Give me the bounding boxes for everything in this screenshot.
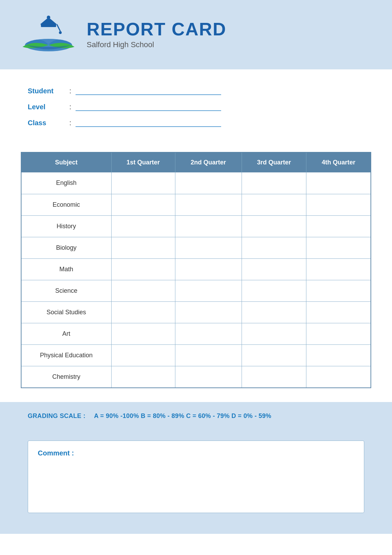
quarter-1-cell[interactable] xyxy=(111,215,175,237)
student-label: Student xyxy=(28,87,69,95)
quarter-4-cell[interactable] xyxy=(306,215,371,237)
quarter-1-cell[interactable] xyxy=(111,366,175,388)
level-colon: : xyxy=(69,103,71,111)
quarter-1-cell[interactable] xyxy=(111,323,175,344)
comment-content[interactable] xyxy=(38,463,354,504)
header: REPORT CARD Salford High School xyxy=(0,0,392,69)
svg-point-5 xyxy=(59,31,62,34)
subject-cell: Biology xyxy=(21,237,111,258)
level-label: Level xyxy=(28,103,69,111)
subject-cell: Math xyxy=(21,258,111,280)
grades-table: Subject 1st Quarter 2nd Quarter 3rd Quar… xyxy=(21,152,371,388)
table-header-row: Subject 1st Quarter 2nd Quarter 3rd Quar… xyxy=(21,152,371,172)
header-subject: Subject xyxy=(21,152,111,172)
quarter-3-cell[interactable] xyxy=(242,194,306,215)
quarter-4-cell[interactable] xyxy=(306,237,371,258)
school-name: Salford High School xyxy=(87,40,226,49)
table-row: Art xyxy=(21,323,371,344)
quarter-1-cell[interactable] xyxy=(111,258,175,280)
quarter-4-cell[interactable] xyxy=(306,344,371,366)
header-q3: 3rd Quarter xyxy=(242,152,306,172)
quarter-4-cell[interactable] xyxy=(306,301,371,323)
table-row: Science xyxy=(21,280,371,301)
quarter-3-cell[interactable] xyxy=(242,215,306,237)
header-q1: 1st Quarter xyxy=(111,152,175,172)
grading-scale-text: GRADING SCALE : A = 90% -100% B = 80% - … xyxy=(28,412,364,420)
quarter-3-cell[interactable] xyxy=(242,366,306,388)
class-row: Class : xyxy=(28,119,364,127)
subject-cell: Science xyxy=(21,280,111,301)
subject-cell: History xyxy=(21,215,111,237)
student-colon: : xyxy=(69,87,71,95)
quarter-3-cell[interactable] xyxy=(242,172,306,194)
quarter-2-cell[interactable] xyxy=(175,280,242,301)
quarter-4-cell[interactable] xyxy=(306,323,371,344)
subject-cell: Social Studies xyxy=(21,301,111,323)
subject-cell: Physical Education xyxy=(21,344,111,366)
quarter-1-cell[interactable] xyxy=(111,301,175,323)
quarter-1-cell[interactable] xyxy=(111,344,175,366)
header-q4: 4th Quarter xyxy=(306,152,371,172)
class-input[interactable] xyxy=(76,119,221,127)
quarter-1-cell[interactable] xyxy=(111,194,175,215)
class-colon: : xyxy=(69,119,71,127)
quarter-3-cell[interactable] xyxy=(242,344,306,366)
quarter-2-cell[interactable] xyxy=(175,366,242,388)
student-input[interactable] xyxy=(76,87,221,95)
svg-point-3 xyxy=(47,16,50,19)
quarter-1-cell[interactable] xyxy=(111,237,175,258)
level-row: Level : xyxy=(28,103,364,111)
quarter-2-cell[interactable] xyxy=(175,215,242,237)
quarter-4-cell[interactable] xyxy=(306,172,371,194)
quarter-2-cell[interactable] xyxy=(175,258,242,280)
level-input[interactable] xyxy=(76,103,221,111)
header-text: REPORT CARD Salford High School xyxy=(87,20,226,49)
grading-scale-section: GRADING SCALE : A = 90% -100% B = 80% - … xyxy=(0,402,392,430)
quarter-2-cell[interactable] xyxy=(175,194,242,215)
quarter-3-cell[interactable] xyxy=(242,258,306,280)
grading-scale-values: A = 90% -100% B = 80% - 89% C = 60% - 79… xyxy=(94,412,271,419)
subject-cell: Chemistry xyxy=(21,366,111,388)
quarter-2-cell[interactable] xyxy=(175,344,242,366)
quarter-4-cell[interactable] xyxy=(306,366,371,388)
table-row: Math xyxy=(21,258,371,280)
grades-table-section: Subject 1st Quarter 2nd Quarter 3rd Quar… xyxy=(0,145,392,399)
student-info-section: Student : Level : Class : xyxy=(0,69,392,145)
quarter-4-cell[interactable] xyxy=(306,280,371,301)
table-row: Social Studies xyxy=(21,301,371,323)
table-row: Physical Education xyxy=(21,344,371,366)
comment-label: Comment : xyxy=(38,449,354,457)
subject-cell: Art xyxy=(21,323,111,344)
subject-cell: English xyxy=(21,172,111,194)
table-row: English xyxy=(21,172,371,194)
quarter-4-cell[interactable] xyxy=(306,258,371,280)
comment-box: Comment : xyxy=(28,441,364,513)
header-q2: 2nd Quarter xyxy=(175,152,242,172)
report-card-title: REPORT CARD xyxy=(87,20,226,38)
comment-section: Comment : xyxy=(0,430,392,534)
quarter-3-cell[interactable] xyxy=(242,280,306,301)
subject-cell: Economic xyxy=(21,194,111,215)
quarter-3-cell[interactable] xyxy=(242,237,306,258)
quarter-1-cell[interactable] xyxy=(111,172,175,194)
school-logo xyxy=(21,14,76,56)
quarter-3-cell[interactable] xyxy=(242,301,306,323)
quarter-2-cell[interactable] xyxy=(175,323,242,344)
grading-scale-label: GRADING SCALE : xyxy=(28,412,86,419)
table-row: History xyxy=(21,215,371,237)
class-label: Class xyxy=(28,119,69,127)
quarter-1-cell[interactable] xyxy=(111,280,175,301)
quarter-2-cell[interactable] xyxy=(175,301,242,323)
quarter-2-cell[interactable] xyxy=(175,237,242,258)
table-row: Chemistry xyxy=(21,366,371,388)
table-row: Biology xyxy=(21,237,371,258)
quarter-3-cell[interactable] xyxy=(242,323,306,344)
table-row: Economic xyxy=(21,194,371,215)
svg-line-4 xyxy=(57,24,60,31)
quarter-4-cell[interactable] xyxy=(306,194,371,215)
quarter-2-cell[interactable] xyxy=(175,172,242,194)
student-row: Student : xyxy=(28,87,364,95)
